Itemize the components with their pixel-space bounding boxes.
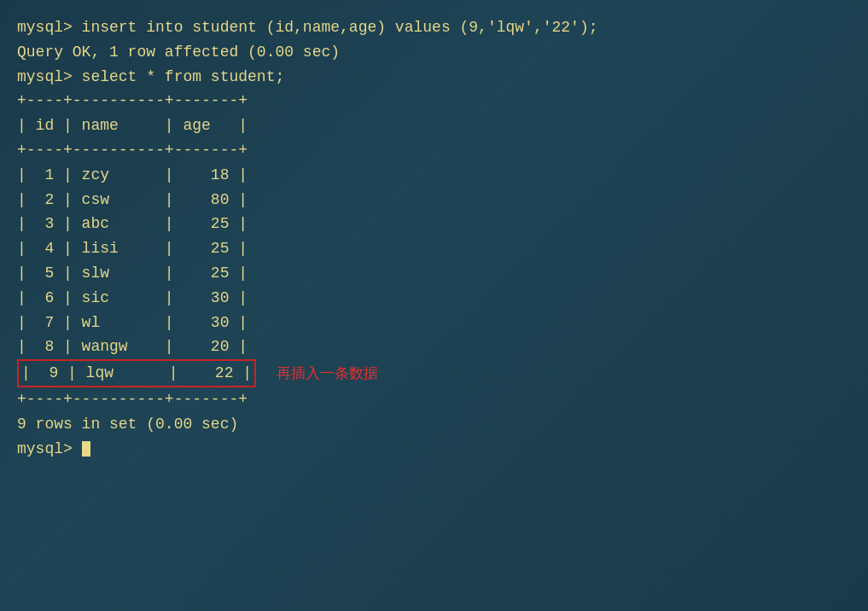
terminal-content: mysql> insert into student (id,name,age)…: [17, 15, 851, 461]
terminal-line-10: | 4 | lisi | 25 |: [17, 236, 851, 261]
terminal-line-16: +----+----------+-------+: [17, 387, 851, 412]
prompt-line: mysql>: [17, 437, 851, 462]
terminal-line-9: | 3 | abc | 25 |: [17, 212, 851, 236]
terminal-line-12: | 6 | sic | 30 |: [17, 286, 851, 311]
row-annotation: 再插入一条数据: [277, 362, 378, 385]
terminal-line-4: +----+----------+-------+: [17, 89, 851, 113]
terminal-line-0: mysql> insert into student (id,name,age)…: [17, 15, 851, 40]
terminal-line-13: | 7 | wl | 30 |: [17, 311, 851, 335]
cursor: [82, 441, 90, 457]
terminal-line-5: | id | name | age |: [17, 113, 851, 138]
terminal-line-11: | 5 | slw | 25 |: [17, 261, 851, 286]
prompt-text: mysql>: [17, 437, 82, 462]
terminal-line-7: | 1 | zcy | 18 |: [17, 163, 851, 188]
terminal-line-6: +----+----------+-------+: [17, 138, 851, 163]
terminal-line-1: Query OK, 1 row affected (0.00 sec): [17, 40, 851, 65]
terminal-line-3: mysql> select * from student;: [17, 65, 851, 90]
terminal-line-14: | 8 | wangw | 20 |: [17, 335, 851, 359]
highlighted-row: | 9 | lqw | 22 |再插入一条数据: [17, 359, 851, 387]
terminal-window: mysql> insert into student (id,name,age)…: [0, 0, 868, 611]
terminal-line-18: 9 rows in set (0.00 sec): [17, 412, 851, 437]
highlighted-data-row: | 9 | lqw | 22 |: [17, 359, 256, 387]
terminal-line-8: | 2 | csw | 80 |: [17, 188, 851, 212]
